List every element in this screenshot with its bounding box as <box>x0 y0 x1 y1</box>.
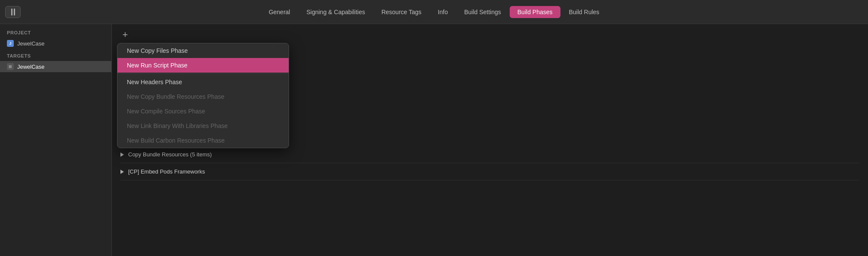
tabs-container: GeneralSigning & CapabilitiesResource Ta… <box>261 6 607 18</box>
phase-triangle[interactable] <box>120 152 124 157</box>
tab-info[interactable]: Info <box>430 6 456 18</box>
phases-list: Copy Bundle Resources (5 items) [CP] Emb… <box>112 142 868 185</box>
phase-row-embed-pods[interactable]: [CP] Embed Pods Frameworks <box>120 163 859 180</box>
phase-label: Copy Bundle Resources (5 items) <box>128 151 212 158</box>
dropdown-item-build-carbon: New Build Carbon Resources Phase <box>117 133 289 148</box>
project-file-icon: J <box>7 40 14 47</box>
dropdown-menu: New Copy Files PhaseNew Run Script Phase… <box>117 43 289 148</box>
tab-resource-tags[interactable]: Resource Tags <box>374 6 429 18</box>
dropdown-item-link-binary: New Link Binary With Libraries Phase <box>117 119 289 133</box>
dropdown-item-headers[interactable]: New Headers Phase <box>117 75 289 89</box>
dropdown-item-copy-bundle: New Copy Bundle Resources Phase <box>117 89 289 104</box>
tab-build-phases[interactable]: Build Phases <box>510 6 560 18</box>
toolbar-left <box>0 0 21 24</box>
tab-build-settings[interactable]: Build Settings <box>456 6 509 18</box>
tab-general[interactable]: General <box>261 6 298 18</box>
sidebar: PROJECT J JewelCase TARGETS ⊞ JewelCase <box>0 24 112 256</box>
dropdown-item-run-script[interactable]: New Run Script Phase <box>117 58 289 73</box>
main-layout: PROJECT J JewelCase TARGETS ⊞ JewelCase … <box>0 24 868 256</box>
phase-triangle[interactable] <box>120 170 124 174</box>
dropdown-item-compile-sources: New Compile Sources Phase <box>117 104 289 119</box>
project-section-label: PROJECT <box>0 30 111 38</box>
tab-build-rules[interactable]: Build Rules <box>561 6 607 18</box>
phase-label: [CP] Embed Pods Frameworks <box>128 168 205 175</box>
add-phase-button[interactable]: + <box>120 30 130 40</box>
targets-section-label: TARGETS <box>0 53 111 61</box>
sidebar-item-jewelcase-project[interactable]: J JewelCase <box>0 38 111 49</box>
sidebar-toggle-button[interactable] <box>5 6 21 18</box>
sidebar-toggle-icon <box>11 9 15 15</box>
target-name: JewelCase <box>17 64 45 70</box>
project-name: JewelCase <box>17 40 45 47</box>
tab-signing[interactable]: Signing & Capabilities <box>299 6 372 18</box>
tab-bar: GeneralSigning & CapabilitiesResource Ta… <box>0 0 868 24</box>
sidebar-item-jewelcase-target[interactable]: ⊞ JewelCase <box>0 61 111 72</box>
phase-row-copy-bundle-resources[interactable]: Copy Bundle Resources (5 items) <box>120 146 859 163</box>
content-area: + New Copy Files PhaseNew Run Script Pha… <box>112 24 868 256</box>
content-toolbar: + <box>112 24 868 43</box>
target-icon: ⊞ <box>7 63 14 70</box>
dropdown-item-copy-files[interactable]: New Copy Files Phase <box>117 43 289 58</box>
dropdown-divider <box>117 73 289 74</box>
